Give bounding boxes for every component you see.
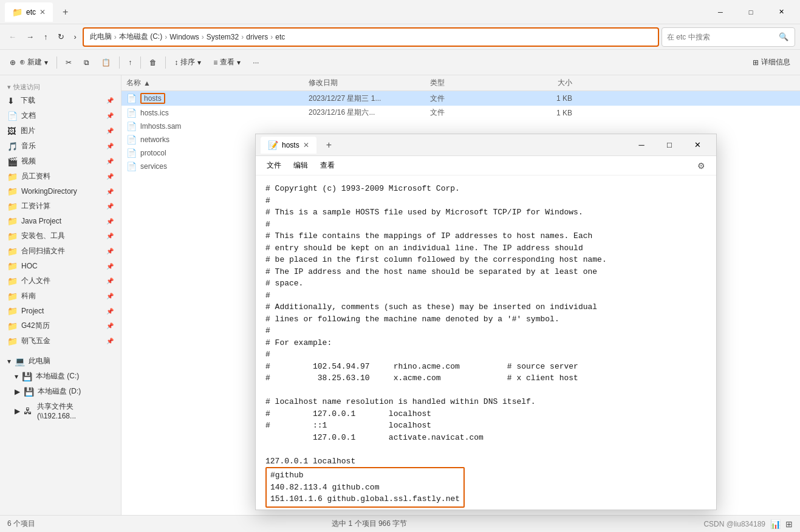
sidebar-item-network[interactable]: ▶ 🖧 共享文件夹 (\\192.168... [0, 399, 121, 423]
pin-icon: 📌 [106, 128, 114, 134]
paste-icon: 📋 [101, 58, 111, 67]
disk-d-arrow: ▶ [15, 387, 20, 396]
back-button[interactable]: ← [5, 30, 20, 44]
sidebar-item-tools[interactable]: 📁 安装包、工具 📌 [0, 228, 121, 244]
notepad-window: 📝 hosts ✕ + ─ □ ✕ 文件 编辑 查看 ⚙ # Copyright… [255, 134, 717, 510]
breadcrumb-c[interactable]: 本地磁盘 (C:) [119, 32, 162, 42]
sidebar-item-local-d[interactable]: ▶ 💾 本地磁盘 (D:) [0, 384, 121, 399]
more-button[interactable]: ··· [248, 56, 264, 69]
file-name: hosts [140, 93, 165, 104]
np-menu-edit[interactable]: 编辑 [287, 158, 314, 173]
header-name[interactable]: 名称 ▲ [121, 78, 304, 88]
pin-icon: 📌 [106, 188, 114, 195]
table-row[interactable]: 📄hosts2023/12/27 星期三 1...文件1 KB [121, 91, 800, 106]
new-button[interactable]: ⊕ ⊕ 新建 ▾ [5, 55, 53, 70]
disk-c-arrow: ▾ [15, 372, 18, 381]
sidebar-item-label: 下载 [21, 95, 35, 106]
sidebar-item-video[interactable]: 🎬 视频 📌 [0, 154, 121, 169]
header-size[interactable]: 大小 [516, 78, 577, 88]
file-name: protocol [140, 149, 166, 157]
share-icon: ↑ [128, 58, 132, 67]
sort-dropdown-icon: ▾ [197, 58, 201, 67]
download-icon: ⬇ [7, 96, 17, 106]
close-button[interactable]: ✕ [767, 2, 795, 22]
delete-button[interactable]: 🗑 [145, 56, 162, 69]
sidebar-item-project[interactable]: 📁 Project 📌 [0, 304, 121, 318]
folder-kenan-icon: 📁 [7, 292, 18, 301]
file-name: lmhosts.sam [140, 122, 181, 131]
copy-button[interactable]: ⧉ [79, 56, 94, 69]
folder-chaofei-icon: 📁 [7, 336, 18, 346]
sidebar-item-label: 音乐 [21, 141, 36, 151]
np-menu-file[interactable]: 文件 [261, 158, 287, 173]
sidebar-item-label: Java Project [21, 217, 61, 225]
np-tab[interactable]: 📝 hosts ✕ [261, 137, 316, 154]
quick-access-label: 快速访问 [13, 83, 40, 92]
tab-close-button[interactable]: ✕ [39, 8, 46, 16]
new-tab-button[interactable]: + [58, 4, 73, 20]
file-size: 1 KB [516, 109, 577, 117]
quick-access-section[interactable]: ▾ 快速访问 [0, 78, 121, 93]
file-icon: 📄 [126, 162, 137, 171]
sidebar-item-salary[interactable]: 📁 工资计算 📌 [0, 199, 121, 214]
breadcrumb-etc[interactable]: etc [275, 33, 285, 41]
file-name: services [140, 162, 167, 171]
sidebar-item-label: 本地磁盘 (C:) [36, 371, 79, 381]
sidebar-item-music[interactable]: 🎵 音乐 📌 [0, 138, 121, 154]
sidebar-item-thispc[interactable]: ▾ 💻 此电脑 [0, 353, 121, 369]
sidebar-item-staff[interactable]: 📁 员工资料 📌 [0, 169, 121, 184]
sidebar-item-contracts[interactable]: 📁 合同扫描文件 📌 [0, 244, 121, 259]
sidebar-item-personal[interactable]: 📁 个人文件 📌 [0, 273, 121, 288]
table-row[interactable]: 📄hosts.ics2023/12/16 星期六...文件1 KB [121, 106, 800, 120]
detail-button[interactable]: ⊞ 详细信息 [748, 55, 795, 70]
sort-button[interactable]: ↕ 排序 ▾ [169, 55, 206, 70]
sidebar-item-download[interactable]: ⬇ 下载 📌 [0, 93, 121, 108]
file-icon: 📄 [126, 148, 137, 158]
np-menu-view[interactable]: 查看 [314, 158, 341, 173]
view-button[interactable]: ≡ 查看 ▾ [208, 55, 245, 70]
file-icon: 📄 [126, 121, 137, 131]
sidebar-item-kenan[interactable]: 📁 科南 📌 [0, 288, 121, 304]
explorer-tab[interactable]: 📁 etc ✕ [5, 2, 53, 22]
np-close-button[interactable]: ✕ [683, 135, 711, 155]
minimize-button[interactable]: ─ [706, 2, 734, 22]
sidebar-item-pictures[interactable]: 🖼 图片 📌 [0, 123, 121, 138]
pin-icon: 📌 [106, 218, 114, 225]
header-type[interactable]: 类型 [425, 78, 516, 88]
breadcrumb[interactable]: 此电脑 › 本地磁盘 (C:) › Windows › System32 › d… [83, 27, 659, 47]
np-title-left: 📝 hosts ✕ + [261, 137, 337, 154]
refresh-button[interactable]: ↻ [54, 30, 68, 44]
sidebar-item-label: G42简历 [21, 321, 50, 331]
sidebar-item-working[interactable]: 📁 WorkingDirectory 📌 [0, 184, 121, 199]
sidebar-item-java[interactable]: 📁 Java Project 📌 [0, 214, 121, 228]
up-button[interactable]: ↑ [40, 30, 52, 44]
sidebar-item-g42[interactable]: 📁 G42简历 📌 [0, 318, 121, 333]
search-box[interactable]: 🔍 [662, 27, 795, 47]
sidebar-item-hoc[interactable]: 📁 HOC 📌 [0, 259, 121, 273]
forward-button[interactable]: → [22, 30, 38, 44]
cut-button[interactable]: ✂ [61, 56, 77, 69]
np-tab-close-button[interactable]: ✕ [303, 141, 309, 149]
expand-button[interactable]: › [70, 30, 80, 44]
header-date[interactable]: 修改日期 [304, 78, 425, 88]
breadcrumb-thispc[interactable]: 此电脑 [90, 32, 112, 42]
paste-button[interactable]: 📋 [97, 56, 115, 69]
np-new-tab-button[interactable]: + [321, 140, 337, 151]
sidebar-item-chaofei[interactable]: 📁 朝飞五金 📌 [0, 333, 121, 349]
sidebar-item-docs[interactable]: 📄 文档 📌 [0, 108, 121, 123]
breadcrumb-system32[interactable]: System32 [207, 33, 239, 41]
share-button[interactable]: ↑ [123, 56, 137, 69]
np-minimize-button[interactable]: ─ [627, 135, 655, 155]
sidebar-item-local-c[interactable]: ▾ 💾 本地磁盘 (C:) [0, 369, 121, 384]
np-gear-button[interactable]: ⚙ [691, 159, 711, 173]
search-input[interactable] [667, 33, 776, 41]
separator2 [119, 56, 120, 69]
np-tab-title: hosts [282, 141, 299, 149]
breadcrumb-drivers[interactable]: drivers [246, 33, 268, 41]
table-row[interactable]: 📄lmhosts.sam [121, 120, 800, 133]
np-content[interactable]: # Copyright (c) 1993-2009 Microsoft Corp… [256, 176, 716, 510]
np-maximize-button[interactable]: □ [655, 135, 683, 155]
folder-hoc-icon: 📁 [7, 261, 18, 271]
breadcrumb-windows[interactable]: Windows [169, 33, 199, 41]
maximize-button[interactable]: □ [737, 2, 765, 22]
